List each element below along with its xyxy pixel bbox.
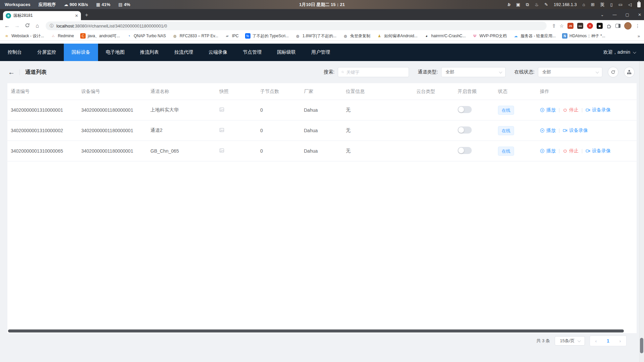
- horizontal-scrollbar-thumb[interactable]: [8, 329, 624, 332]
- bookmark-item[interactable]: NHDAtmos :: 种子 *...: [562, 33, 605, 39]
- extension-camera-blocked-icon[interactable]: ✕: [587, 23, 593, 29]
- nav-item-push-list[interactable]: 推流列表: [132, 44, 167, 61]
- window-minimize-button[interactable]: —: [613, 12, 617, 17]
- extension-screen-icon[interactable]: ▣: [597, 23, 603, 29]
- bing-tray-icon[interactable]: b: [508, 2, 510, 7]
- back-button[interactable]: ←: [3, 23, 11, 29]
- bookmark-favicon: 知: [245, 33, 250, 39]
- device-record-button[interactable]: 设备录像: [563, 127, 588, 134]
- bookmark-item[interactable]: ◍1.8W字|了不起的...: [295, 33, 336, 39]
- page-size-select[interactable]: 15条/页: [555, 336, 585, 346]
- header-name: 通道名称: [150, 89, 219, 95]
- screenshot-tray-icon[interactable]: ▣: [516, 2, 520, 7]
- window-maximize-button[interactable]: ▢: [626, 12, 629, 17]
- play-button[interactable]: 播放: [540, 127, 556, 134]
- bookmark-item[interactable]: ◍RFC2833 – RTP Ev...: [172, 33, 218, 39]
- workspace-tray-icon[interactable]: ⊞: [591, 2, 595, 7]
- workspaces-button[interactable]: Workspaces: [5, 2, 30, 7]
- online-status-select[interactable]: 全部: [538, 67, 602, 77]
- snapshot-icon[interactable]: [219, 127, 224, 133]
- snapshot-icon[interactable]: [219, 148, 224, 153]
- back-arrow-icon[interactable]: ←: [8, 68, 15, 76]
- search-input[interactable]: [346, 70, 405, 75]
- cell-channel-id: 34020000001310000001: [11, 107, 81, 113]
- vertical-scrollbar[interactable]: [639, 61, 644, 362]
- home-tray-icon[interactable]: ⌂: [583, 2, 585, 7]
- phone-tray-icon[interactable]: ▯: [610, 2, 613, 7]
- bookmark-item[interactable]: ☁服务器 - 轻量应用...: [513, 33, 556, 39]
- channel-table: 通道编号 设备编号 通道名称 快照 子节点数 厂家 位置信息 云台类型 开启音频…: [7, 83, 637, 333]
- next-page-button[interactable]: ›: [614, 339, 626, 344]
- forward-button[interactable]: →: [13, 23, 21, 29]
- nav-item-pull-proxy[interactable]: 拉流代理: [167, 44, 201, 61]
- github-icon: ◕: [424, 33, 429, 39]
- device-record-button[interactable]: 设备录像: [586, 107, 611, 113]
- extensions-puzzle-icon[interactable]: [606, 23, 612, 29]
- prev-page-button[interactable]: ‹: [590, 339, 602, 344]
- bookmark-item[interactable]: ◍免登录复制: [343, 33, 370, 39]
- device-record-button[interactable]: 设备录像: [586, 148, 611, 154]
- profile-avatar[interactable]: [624, 22, 632, 30]
- user-menu[interactable]: 欢迎，admin: [603, 49, 644, 55]
- ip-address[interactable]: 192.168.1.3: [554, 2, 577, 7]
- tab-close-icon[interactable]: ✕: [75, 13, 78, 18]
- bookmark-item[interactable]: Cjava、android可...: [80, 33, 120, 39]
- nav-item-gb-device[interactable]: 国标设备: [64, 44, 98, 61]
- nav-item-split-monitor[interactable]: 分屏监控: [30, 44, 64, 61]
- bookmark-item[interactable]: ∴Redmine: [50, 33, 74, 39]
- nav-item-user-manage[interactable]: 用户管理: [304, 44, 338, 61]
- bookmark-folder[interactable]: ▰IPC: [225, 33, 239, 39]
- snapshot-icon[interactable]: [219, 107, 224, 112]
- stop-button[interactable]: 停止: [563, 107, 579, 113]
- bookmark-favicon: ∴: [50, 33, 56, 39]
- extension-js-icon[interactable]: JS: [567, 23, 573, 29]
- new-tab-button[interactable]: +: [85, 12, 88, 18]
- tree-view-button[interactable]: [624, 67, 635, 77]
- nav-item-node-manage[interactable]: 节点管理: [235, 44, 269, 61]
- nav-item-console[interactable]: 控制台: [0, 44, 30, 61]
- home-button[interactable]: ⌂: [33, 23, 42, 29]
- refresh-button[interactable]: [608, 67, 618, 77]
- nav-item-gb-cascade[interactable]: 国标级联: [269, 44, 304, 61]
- clipboard-tray-icon[interactable]: ⧉: [526, 2, 529, 7]
- stop-button[interactable]: 停止: [563, 148, 579, 154]
- audio-toggle[interactable]: [458, 147, 472, 154]
- caffeine-tray-icon[interactable]: ♨: [535, 2, 539, 7]
- chevron-down-icon: [596, 70, 599, 73]
- volume-tray-icon[interactable]: ◁: [628, 2, 632, 7]
- browser-menu-icon[interactable]: ⋮: [635, 23, 640, 29]
- bookmark-item[interactable]: ◕hairrrrr/C-CrashC...: [424, 33, 466, 39]
- window-close-button[interactable]: ✕: [638, 12, 641, 17]
- browser-tab[interactable]: ❉ 国标28181 ✕: [3, 11, 81, 20]
- audio-toggle[interactable]: [458, 106, 472, 113]
- bookmark-item[interactable]: ΨWVP-PRO文档: [472, 33, 507, 39]
- bookmark-item[interactable]: ♟如何编译Android...: [377, 33, 417, 39]
- tab-search-icon[interactable]: ⌄: [601, 12, 604, 17]
- channel-type-select[interactable]: 全部: [441, 67, 506, 77]
- side-panel-icon[interactable]: [615, 24, 620, 28]
- input-language-indicator[interactable]: 英: [600, 2, 605, 8]
- play-button[interactable]: 播放: [540, 148, 556, 154]
- reload-button[interactable]: [23, 23, 32, 29]
- battery-icon[interactable]: [637, 2, 641, 7]
- bookmark-item[interactable]: 知了不起的 TypeScri...: [245, 33, 289, 39]
- display-tray-icon[interactable]: ▭: [618, 2, 623, 7]
- cell-location: 无: [346, 127, 416, 134]
- current-page-number[interactable]: 1: [602, 338, 614, 344]
- nav-item-cloud-record[interactable]: 云端录像: [201, 44, 235, 61]
- site-info-icon[interactable]: ⓘ: [50, 23, 54, 29]
- applications-button[interactable]: 应用程序: [38, 2, 56, 8]
- bookmark-star-icon[interactable]: ☆: [559, 23, 564, 29]
- bookmark-item[interactable]: ◔QNAP Turbo NAS: [126, 33, 166, 39]
- nav-item-emap[interactable]: 电子地图: [98, 44, 132, 61]
- extension-mask-icon[interactable]: oo: [577, 23, 583, 29]
- address-bar[interactable]: ⓘ localhost:38080/#/channelList/34020000…: [46, 21, 547, 30]
- search-label: 搜索:: [324, 69, 334, 75]
- play-button[interactable]: 播放: [540, 107, 556, 113]
- color-picker-tray-icon[interactable]: ✎: [544, 2, 548, 7]
- bookmarks-overflow-icon[interactable]: »: [638, 34, 640, 39]
- bookmark-item[interactable]: ≋Webstack - 设计...: [4, 33, 44, 39]
- vertical-scrollbar-thumb[interactable]: [640, 338, 643, 353]
- audio-toggle[interactable]: [458, 126, 472, 134]
- share-icon[interactable]: ⇧: [552, 23, 556, 29]
